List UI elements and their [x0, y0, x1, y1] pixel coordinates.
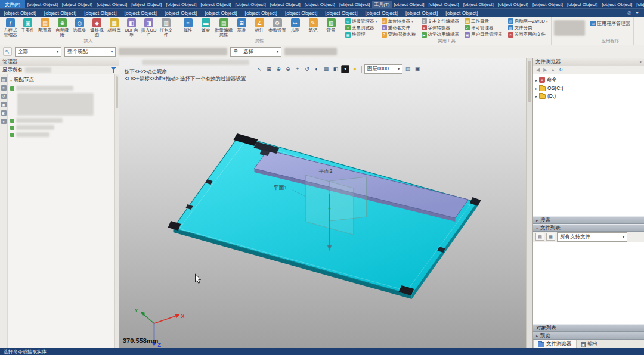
tree-item-drive-c[interactable]: ▸ OS(C:) [534, 85, 643, 91]
close-icon[interactable]: × [639, 60, 642, 64]
ribbon-tab[interactable]: [object Object] [392, 0, 426, 8]
plane2-label[interactable]: 平面2 [319, 168, 333, 174]
ribbon-tab[interactable]: [object Object] [95, 0, 129, 8]
ribbon-button[interactable]: ▬钣金 [197, 18, 215, 38]
menu-item[interactable]: [object Object] [361, 10, 401, 16]
ribbon-tab[interactable]: [object Object] [129, 0, 164, 8]
expand-caret-icon[interactable]: ▾ [10, 78, 12, 82]
menu-item[interactable]: [object Object] [0, 10, 40, 16]
tab-output[interactable]: ▣ 输出 [577, 340, 602, 348]
ribbon-tab[interactable]: [object Object] [496, 0, 530, 8]
file-type-combo[interactable]: 所有支持文件▾ [557, 232, 627, 242]
refresh-icon[interactable]: ↻ [559, 67, 563, 73]
ribbon-button[interactable]: ▦材料库 [106, 18, 123, 38]
zoom-out-icon[interactable]: ⊖ [284, 65, 292, 73]
menu-item[interactable]: [object Object] [40, 10, 80, 16]
light-bulb-icon[interactable]: ● [351, 65, 359, 73]
tree-item-commands[interactable]: ▸ ≡ 命令 [534, 76, 643, 83]
wireframe-display-icon[interactable]: ▦ [322, 65, 330, 73]
pick-arrow-icon[interactable]: ↖ [255, 65, 264, 73]
ribbon-button[interactable]: ≡属性 [179, 18, 197, 38]
ribbon-tab[interactable]: [object Object] [337, 0, 371, 8]
utility-tool-item[interactable]: ?查询/替换名称 [380, 32, 419, 38]
section-view-icon[interactable]: ◧ [332, 65, 340, 73]
menu-item[interactable]: [object Object] [321, 10, 361, 16]
layer-combo[interactable]: 图层0000▾ [364, 64, 402, 74]
menu-item[interactable]: [object Object] [160, 10, 200, 16]
ribbon-button[interactable]: ▣子零件 [19, 18, 36, 38]
expand-caret-icon[interactable]: ▸ [535, 94, 537, 98]
rotate-view-icon[interactable]: ↺ [303, 65, 311, 73]
file-list-area[interactable] [533, 242, 644, 324]
ribbon-button[interactable]: ▤配置表 [36, 18, 54, 38]
tree-item[interactable] [10, 118, 112, 123]
tree-item[interactable] [10, 132, 112, 137]
shaded-display-icon[interactable]: ◐ [312, 65, 321, 73]
utility-tool-item[interactable]: ×关闭不用的文件 [507, 32, 549, 38]
ribbon-button[interactable]: ◨插入UDF [140, 18, 157, 38]
utility-tool-item[interactable]: ▶边学边用编辑器 [420, 32, 462, 38]
ribbon-tab[interactable]: [object Object] [25, 0, 60, 8]
ribbon-tab[interactable]: [object Object] [461, 0, 496, 8]
filter-funnel-icon[interactable] [111, 67, 116, 73]
ribbon-tab[interactable]: [object Object] [426, 0, 461, 8]
tree-item[interactable] [10, 86, 112, 91]
assembly-tree-root[interactable]: ▾ 装配节点 [10, 76, 112, 83]
ribbon-tab[interactable]: [object Object] [565, 0, 600, 8]
file-menu-button[interactable]: 文件(F) [0, 0, 25, 8]
zoom-in-icon[interactable]: ⊕ [274, 65, 283, 73]
ribbon-button[interactable]: ⊕自动吸附 [54, 18, 71, 38]
selection-filter-icon[interactable]: ↖ [3, 47, 12, 56]
menu-item[interactable]: [object Object] [120, 10, 160, 16]
tree-item[interactable] [10, 125, 112, 130]
list-view-button[interactable]: ▤ [535, 233, 544, 241]
viewport[interactable]: 按下<F2>动态观察 <F8>+鼠标<Shift+拖动> 选择下一个有效的过滤器… [119, 58, 526, 348]
back-icon[interactable]: ◀ [536, 67, 540, 73]
pan-icon[interactable]: + [293, 65, 302, 73]
menu-item[interactable]: [object Object] [241, 10, 281, 16]
expand-caret-icon[interactable]: ▸ [535, 78, 537, 82]
display-mode-icon[interactable]: ▣ [413, 65, 422, 73]
utility-tool-item[interactable]: ◎启动网—ZW3D▾ [507, 18, 549, 24]
views-icon[interactable]: ◧ [1, 110, 7, 116]
menu-item[interactable]: [object Object] [281, 10, 321, 16]
ribbon-tab[interactable]: [object Object] [302, 0, 337, 8]
preview-section-header[interactable]: ▸ 预览 [533, 332, 644, 340]
ribbon-button[interactable]: ✎笔记 [304, 18, 322, 38]
search-section-header[interactable]: ▸ 搜索 [533, 216, 644, 224]
ribbon-button[interactable]: ◆爆炸视图 [88, 18, 106, 38]
object-list-section-header[interactable]: 对象列表 [533, 324, 644, 332]
ribbon-button[interactable]: ▥打包文件 [157, 18, 175, 38]
manager-tab-icon[interactable]: ▤ [1, 77, 7, 82]
tree-item-drive-d[interactable]: ▸ (D:) [534, 93, 643, 99]
account-icon[interactable]: ◎ [626, 10, 633, 15]
utility-tool-item[interactable]: ▦块管理 [344, 32, 379, 38]
roles-icon[interactable]: ● [1, 119, 7, 124]
ribbon-button[interactable]: ◎选择集 [71, 18, 88, 38]
layers-icon[interactable]: ▣ [1, 102, 7, 107]
ribbon-tab[interactable]: [object Object] [634, 0, 644, 8]
origin-point[interactable] [329, 207, 331, 210]
show-all-button[interactable]: 显示所有 [2, 67, 23, 74]
file-list-section-header[interactable]: ▾ 文件列表 [533, 224, 644, 232]
utility-tool-item[interactable]: ▤工作目录 [463, 18, 505, 24]
manager-scrollbar[interactable] [114, 74, 119, 348]
plane1-label[interactable]: 平面1 [274, 185, 287, 191]
ribbon-tab[interactable]: [object Object] [530, 0, 565, 8]
tab-file-browser[interactable]: 文件浏览器 [533, 340, 577, 348]
utility-tool-item[interactable]: A字体转换器 [420, 24, 462, 31]
ribbon-button[interactable]: ƒ方程式管理器 [2, 18, 19, 38]
ribbon-button[interactable]: ⚙参数设置 [268, 18, 286, 38]
grid-view-button[interactable]: ▦ [546, 233, 555, 241]
ribbon-tab[interactable]: [object Object] [268, 0, 302, 8]
ribbon-button[interactable]: ⊞基准 [233, 18, 250, 38]
color-swatch-icon[interactable]: ▾ [341, 65, 349, 73]
application-manager-button[interactable]: ⊞应用程序管理器 [589, 20, 631, 27]
menu-item[interactable]: [object Object] [80, 10, 120, 16]
chevron-down-icon[interactable]: ▾ [633, 10, 641, 15]
utility-tool-item[interactable]: ⇄单位转换器▾ [380, 18, 419, 24]
filter-all-combo[interactable]: 全部▾ [15, 47, 61, 57]
ribbon-button[interactable]: ∠标注 [250, 18, 268, 38]
ribbon-tab[interactable]: [object Object] [199, 0, 233, 8]
utility-tool-item[interactable]: ∞链接管理器▾ [344, 18, 379, 24]
